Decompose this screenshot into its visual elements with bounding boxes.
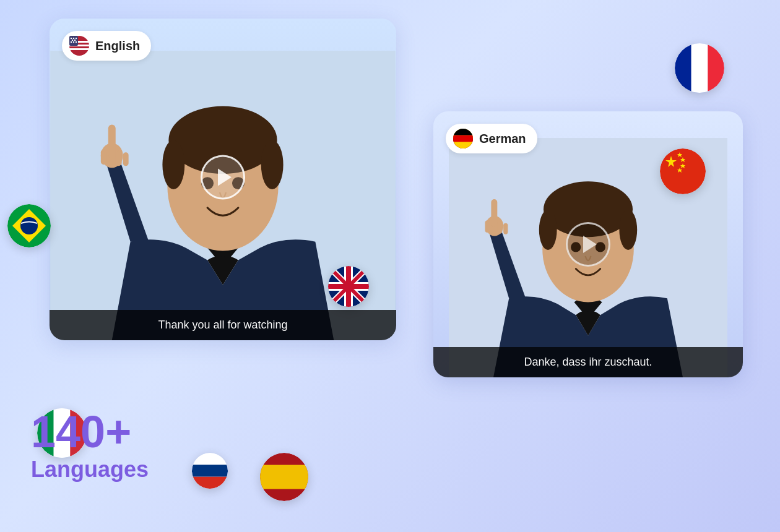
svg-rect-12 — [116, 150, 122, 166]
svg-rect-45 — [453, 142, 473, 148]
main-scene: English Thank you all for watching — [0, 0, 780, 532]
svg-rect-74 — [708, 43, 724, 93]
svg-rect-17 — [69, 48, 89, 50]
english-subtitle-bar: Thank you all for watching — [50, 310, 396, 340]
russia-flag — [192, 453, 228, 489]
usa-flag-icon — [69, 36, 89, 56]
spain-flag — [260, 453, 308, 501]
svg-point-33 — [619, 210, 637, 250]
stats-number: 140+ — [31, 410, 149, 454]
svg-point-22 — [72, 40, 73, 41]
svg-rect-13 — [123, 152, 129, 166]
svg-point-5 — [162, 140, 184, 189]
svg-rect-76 — [660, 148, 706, 194]
svg-rect-73 — [691, 43, 708, 93]
germany-flag-icon — [453, 129, 473, 148]
english-play-button[interactable] — [201, 155, 245, 199]
german-subtitle-text: Danke, dass ihr zuschaut. — [524, 356, 652, 368]
stats-label: Languages — [31, 457, 149, 483]
france-flag — [675, 43, 724, 93]
svg-rect-55 — [192, 453, 228, 465]
svg-rect-18 — [69, 36, 78, 46]
svg-point-32 — [539, 210, 557, 250]
svg-rect-56 — [192, 465, 228, 476]
svg-rect-40 — [503, 223, 508, 234]
svg-rect-72 — [675, 43, 691, 93]
svg-point-23 — [74, 40, 76, 41]
english-lang-label: English — [95, 39, 140, 53]
german-video-card: German Danke, dass ihr zuschaut. — [433, 111, 743, 377]
german-lang-label: German — [479, 132, 526, 146]
english-subtitle-text: Thank you all for watching — [158, 319, 287, 331]
svg-point-26 — [76, 41, 77, 43]
china-flag — [660, 148, 706, 194]
svg-point-21 — [76, 38, 77, 39]
stats-section: 140+ Languages — [31, 410, 149, 483]
svg-point-20 — [73, 38, 74, 39]
svg-point-6 — [261, 140, 284, 189]
play-icon — [218, 168, 232, 186]
uk-flag — [328, 266, 369, 307]
svg-rect-43 — [453, 129, 473, 135]
svg-rect-38 — [485, 220, 490, 233]
english-lang-badge: English — [62, 31, 151, 61]
svg-rect-60 — [260, 465, 308, 489]
svg-point-25 — [73, 41, 74, 43]
svg-point-19 — [71, 38, 72, 39]
german-lang-badge: German — [446, 124, 537, 153]
german-subtitle-bar: Danke, dass ihr zuschaut. — [433, 347, 743, 377]
german-play-button[interactable] — [566, 222, 610, 267]
svg-rect-44 — [453, 135, 473, 142]
play-icon — [583, 236, 597, 253]
svg-point-48 — [20, 217, 38, 234]
svg-rect-57 — [192, 477, 228, 489]
svg-point-24 — [71, 41, 72, 43]
svg-rect-10 — [108, 124, 116, 158]
svg-rect-37 — [491, 199, 497, 227]
svg-rect-39 — [497, 221, 502, 234]
svg-rect-11 — [101, 149, 107, 165]
brazil-flag — [7, 204, 51, 247]
